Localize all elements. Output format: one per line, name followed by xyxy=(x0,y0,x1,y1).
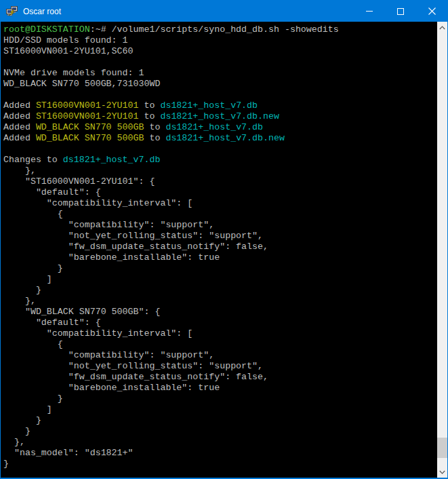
terminal-line: Added WD_BLACK SN770 500GB to ds1821+_ho… xyxy=(3,122,436,133)
terminal-line: ] xyxy=(3,404,436,415)
terminal-text-default: to xyxy=(139,100,161,111)
close-button[interactable] xyxy=(416,1,447,22)
terminal-text-default: ] xyxy=(3,404,52,415)
terminal-text-yellow: ST16000VN001-2YU101 xyxy=(36,111,139,121)
terminal-text-green: root@DISKSTATION xyxy=(3,24,90,35)
scroll-down-button[interactable] xyxy=(437,466,447,478)
terminal-text-default: "compatibility": "support", xyxy=(3,350,214,360)
terminal-text-default: Added xyxy=(3,100,36,111)
terminal-text-cyan: ds1821+_host_v7.db xyxy=(165,122,263,132)
terminal-text-default: to xyxy=(139,111,161,121)
terminal-text-default: } xyxy=(3,426,30,436)
scroll-up-button[interactable] xyxy=(437,22,447,33)
terminal-line: }, xyxy=(3,166,436,176)
terminal-text-default: } xyxy=(3,394,63,404)
terminal-line: Added WD_BLACK SN770 500GB to ds1821+_ho… xyxy=(3,133,436,144)
terminal-text-default: "not_yet_rolling_status": "support", xyxy=(3,231,263,241)
terminal-line: "compatibility": "support", xyxy=(3,350,436,361)
window-title: Oscar root xyxy=(23,7,61,16)
terminal-text-cyan: ds1821+_host_v7.db.new xyxy=(160,111,279,121)
putty-app-icon[interactable] xyxy=(6,6,18,17)
terminal-text-default: "fw_dsm_update_status_notify": false, xyxy=(3,372,268,382)
terminal-text-default: "WD_BLACK SN770 500GB": { xyxy=(3,307,160,317)
terminal-line xyxy=(3,57,436,68)
terminal-line: ] xyxy=(3,274,436,285)
terminal-line: }, xyxy=(3,437,436,448)
terminal-text-default: "default": { xyxy=(3,318,101,328)
terminal-text-default: } xyxy=(3,263,63,273)
terminal-text-default: Added xyxy=(3,111,36,121)
terminal-text-default: Changes to xyxy=(3,155,63,165)
terminal-text-default: HDD/SSD models found: 1 xyxy=(3,35,128,45)
terminal-line: ST16000VN001-2YU101,SC60 xyxy=(3,46,436,57)
terminal-text-default: "compatibility_interval": [ xyxy=(3,328,192,339)
terminal-line: "nas_model": "ds1821+" xyxy=(3,448,436,459)
terminal-line: Added ST16000VN001-2YU101 to ds1821+_hos… xyxy=(3,111,436,122)
terminal-text-yellow: WD_BLACK SN770 500GB xyxy=(36,133,144,143)
terminal-text-default: NVMe drive models found: 1 xyxy=(3,68,144,78)
terminal-line: "WD_BLACK SN770 500GB": { xyxy=(3,307,436,318)
terminal-line: } xyxy=(3,426,436,437)
close-icon xyxy=(428,7,436,15)
terminal-line: Added ST16000VN001-2YU101 to ds1821+_hos… xyxy=(3,100,436,111)
terminal-text-yellow: WD_BLACK SN770 500GB xyxy=(36,122,144,132)
terminal-text-default: "not_yet_rolling_status": "support", xyxy=(3,361,263,371)
terminal-line: { xyxy=(3,339,436,350)
terminal-text-default: WD_BLACK SN770 500GB,731030WD xyxy=(3,79,160,89)
terminal-line: } xyxy=(3,285,436,296)
terminal-text-default: "barebone_installable": true xyxy=(3,383,220,393)
terminal-text-default: }, xyxy=(3,437,25,447)
minimize-icon xyxy=(366,11,373,12)
terminal-text-default: "default": { xyxy=(3,187,101,197)
terminal-line: root@DISKSTATION:~# /volume1/scripts/syn… xyxy=(3,24,436,35)
maximize-button[interactable] xyxy=(385,1,416,22)
terminal-line: { xyxy=(3,209,436,220)
terminal-text-default: :~# /volume1/scripts/syno_hdd_db.sh -sho… xyxy=(90,24,339,35)
terminal-text-default: }, xyxy=(3,166,36,176)
terminal-text-default: }, xyxy=(3,296,36,306)
terminal-line: } xyxy=(3,263,436,274)
terminal-text-default: { xyxy=(3,339,63,349)
terminal-line: "compatibility_interval": [ xyxy=(3,328,436,339)
terminal-line: "barebone_installable": true xyxy=(3,383,436,394)
terminal-line: } xyxy=(3,415,436,426)
titlebar[interactable]: Oscar root xyxy=(1,1,447,22)
terminal-window: Oscar root root@DISKSTATION:~# /volume1/… xyxy=(0,0,448,479)
terminal-line: "not_yet_rolling_status": "support", xyxy=(3,231,436,242)
terminal-line: "compatibility_interval": [ xyxy=(3,198,436,209)
putty-icon-graphic xyxy=(6,6,18,17)
terminal-text-default: } xyxy=(3,285,41,295)
chevron-up-icon xyxy=(439,26,445,30)
terminal-line: }, xyxy=(3,296,436,307)
terminal-text-default: "compatibility": "support", xyxy=(3,220,214,230)
terminal-text-default: Added xyxy=(3,133,36,143)
terminal-text-cyan: ds1821+_host_v7.db.new xyxy=(165,133,285,143)
minimize-button[interactable] xyxy=(354,1,385,22)
terminal-line: "fw_dsm_update_status_notify": false, xyxy=(3,242,436,252)
terminal-line: "fw_dsm_update_status_notify": false, xyxy=(3,372,436,383)
terminal-screen[interactable]: root@DISKSTATION:~# /volume1/scripts/syn… xyxy=(1,22,436,478)
terminal-text-default: } xyxy=(3,415,41,425)
terminal-text-default: Added xyxy=(3,122,36,132)
terminal-text-default: to xyxy=(144,133,165,143)
terminal-line: "default": { xyxy=(3,187,436,198)
terminal-line: "ST16000VN001-2YU101": { xyxy=(3,176,436,187)
terminal-text-cyan: ds1821+_host_v7.db xyxy=(63,155,161,165)
terminal-text-default: "fw_dsm_update_status_notify": false, xyxy=(3,242,268,252)
terminal-line: "default": { xyxy=(3,318,436,328)
terminal-text-default: } xyxy=(3,459,9,469)
terminal-line: "not_yet_rolling_status": "support", xyxy=(3,361,436,372)
terminal-text-default: { xyxy=(3,209,63,219)
terminal-line: } xyxy=(3,459,436,470)
maximize-icon xyxy=(397,8,404,15)
terminal-line: NVMe drive models found: 1 xyxy=(3,68,436,79)
terminal-line: WD_BLACK SN770 500GB,731030WD xyxy=(3,79,436,90)
terminal-text-default: ST16000VN001-2YU101,SC60 xyxy=(3,46,134,56)
terminal-text-default: "nas_model": "ds1821+" xyxy=(3,448,134,458)
terminal-text-default: "barebone_installable": true xyxy=(3,252,220,263)
scrollbar-thumb[interactable] xyxy=(437,438,447,458)
scrollbar[interactable] xyxy=(437,22,447,478)
terminal-text-cyan: ds1821+_host_v7.db xyxy=(160,100,258,111)
chevron-down-icon xyxy=(439,470,445,474)
terminal-text-default: "compatibility_interval": [ xyxy=(3,198,192,208)
